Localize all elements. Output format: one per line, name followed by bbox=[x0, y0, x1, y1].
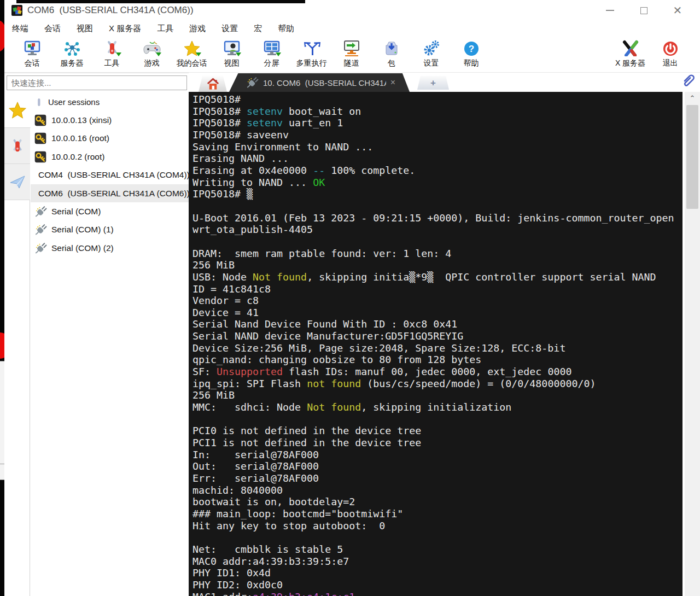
terminal-line bbox=[192, 413, 682, 425]
terminal-line: IPQ5018# ▒ bbox=[192, 188, 682, 200]
tree-item-10-0-0-16[interactable]: 10.0.0.16 (root) bbox=[31, 130, 189, 148]
tab-label: 10. COM6 (USB-SERIAL CH341A (C bbox=[263, 78, 386, 87]
sidebar-rail bbox=[4, 92, 30, 596]
ssh-key-icon bbox=[34, 114, 47, 127]
desktop-gray-accent bbox=[0, 361, 4, 480]
menu-macros[interactable]: 宏 bbox=[254, 24, 262, 34]
terminal-scrollbar[interactable]: ⌃ bbox=[685, 92, 700, 596]
toolbar-help-button[interactable]: 帮助 bbox=[451, 39, 491, 68]
menu-help[interactable]: 帮助 bbox=[278, 24, 294, 34]
toolbar-xserver-button[interactable]: X 服务器 bbox=[610, 39, 650, 68]
scrollbar-thumb[interactable] bbox=[686, 105, 698, 209]
toolbar-split-button[interactable]: 分屏 bbox=[252, 39, 291, 68]
rail-tab-sessions[interactable] bbox=[4, 92, 31, 128]
tree-item-com6[interactable]: COM6 (USB-SERIAL CH341A (COM6)) bbox=[31, 184, 189, 202]
plus-icon: + bbox=[430, 78, 436, 89]
help-question-icon bbox=[462, 39, 481, 57]
terminal-line: MAC1 addr:a4:39:b3:e4:1c:c1 bbox=[192, 591, 682, 596]
terminal-line: U-Boot 2016.01 (Feb 13 2023 - 09:21:15 +… bbox=[192, 212, 682, 224]
view-monitor-icon bbox=[222, 39, 242, 57]
rail-tab-macros[interactable] bbox=[4, 164, 30, 200]
serial-plug-icon bbox=[34, 242, 47, 255]
close-button[interactable]: ✕ bbox=[661, 0, 695, 21]
toolbar-settings-button[interactable]: 设置 bbox=[411, 39, 451, 68]
terminal-line: 256 MiB bbox=[192, 389, 682, 401]
rail-tab-tools[interactable] bbox=[4, 128, 30, 164]
tools-knife-icon bbox=[9, 138, 26, 154]
terminal-line: IPQ5018# setenv boot_wait on bbox=[192, 106, 682, 118]
ssh-key-icon bbox=[34, 150, 47, 163]
app-logo-icon bbox=[11, 4, 23, 16]
terminal-line: ipq_spi: SPI Flash not found (bus/cs/spe… bbox=[192, 378, 682, 390]
terminal-line: SF: Unsupported flash IDs: manuf 00, jed… bbox=[192, 366, 682, 378]
terminal-line: USB: Node Not found, skipping initia▒*9▒… bbox=[192, 271, 682, 283]
tab-close-icon[interactable]: × bbox=[390, 78, 395, 87]
toolbar-my-sessions-button[interactable]: 我的会话 bbox=[172, 39, 212, 68]
attachments-paperclip-icon[interactable] bbox=[680, 73, 697, 89]
app-window: COM6 (USB-SERIAL CH341A (COM6)) ✕ 终端 会话 … bbox=[4, 0, 700, 596]
terminal-line: ID = 41c841c8 bbox=[192, 283, 682, 295]
tree-item-serial-com[interactable]: Serial (COM) bbox=[31, 202, 189, 220]
toolbar-tools-button[interactable]: 工具 bbox=[92, 39, 132, 68]
toolbar-tunnel-button[interactable]: 隧道 bbox=[331, 39, 371, 68]
terminal-line: machid: 8040000 bbox=[192, 484, 682, 496]
toolbar-exit-button[interactable]: 退出 bbox=[650, 39, 690, 68]
serial-plug-icon bbox=[34, 223, 47, 236]
desktop-background-strip-top bbox=[16, 0, 305, 3]
scroll-up-arrow-icon[interactable]: ⌃ bbox=[685, 92, 700, 104]
terminal-line: DRAM: smem ram ptable found: ver: 1 len:… bbox=[192, 248, 682, 260]
tree-header-user-sessions[interactable]: User sessions bbox=[31, 93, 189, 111]
terminal-line: MMC: sdhci: Node Not found, skipping ini… bbox=[192, 401, 682, 413]
session-monitor-icon bbox=[22, 39, 42, 57]
toolbar-games-button[interactable]: 游戏 bbox=[132, 39, 172, 68]
menu-tools[interactable]: 工具 bbox=[157, 24, 173, 34]
terminal-line: Vendor = c8 bbox=[192, 295, 682, 307]
menu-xserver[interactable]: X 服务器 bbox=[109, 24, 141, 34]
terminal-line: Serial NAND device Manufacturer:GD5F1GQ5… bbox=[192, 330, 682, 342]
sessions-tree: User sessions 10.0.0.13 (xinsi) 10.0.0.1… bbox=[31, 93, 189, 258]
terminal-line bbox=[192, 531, 682, 544]
tab-com6-active[interactable]: 10. COM6 (USB-SERIAL CH341A (C × bbox=[229, 73, 410, 92]
maximize-icon bbox=[640, 7, 648, 14]
terminal-line: MAC0 addr:a4:39:b3:39:5:e7 bbox=[192, 556, 682, 568]
toolbar-multiexec-button[interactable]: 多重执行 bbox=[291, 39, 331, 68]
x-server-icon bbox=[621, 39, 640, 57]
toolbar-servers-button[interactable]: 服务器 bbox=[52, 39, 92, 68]
bookmark-icon bbox=[34, 96, 44, 109]
tree-item-10-0-0-2[interactable]: 10.0.0.2 (root) bbox=[31, 148, 189, 166]
terminal-line: wrt_ota_publish-4405 bbox=[192, 224, 682, 236]
minimize-icon bbox=[606, 10, 614, 11]
terminal-line: In: serial@78AF000 bbox=[192, 449, 682, 461]
star-icon bbox=[8, 101, 27, 119]
menu-view[interactable]: 视图 bbox=[77, 24, 93, 34]
terminal-line: Device Size:256 MiB, Page size:2048, Spa… bbox=[192, 342, 682, 354]
terminal-line: PCI1 is not defined in the device tree bbox=[192, 437, 682, 449]
terminal-line: PCI0 is not defined in the device tree bbox=[192, 425, 682, 437]
new-tab-button[interactable]: + bbox=[417, 76, 449, 90]
terminal-line: IPQ5018# setenv uart_en 1 bbox=[192, 117, 682, 129]
terminal-line: 256 MiB bbox=[192, 259, 682, 271]
tree-item-serial-com-1[interactable]: Serial (COM) (1) bbox=[31, 221, 189, 239]
tree-item-com4[interactable]: COM4 (USB-SERIAL CH341A (COM4)) bbox=[31, 166, 189, 184]
tab-home[interactable] bbox=[199, 75, 227, 92]
tree-item-10-0-0-13[interactable]: 10.0.0.13 (xinsi) bbox=[31, 111, 189, 129]
terminal-line: Hit any key to stop autoboot: 0 bbox=[192, 520, 682, 532]
terminal-output[interactable]: IPQ5018# IPQ5018# setenv boot_wait onIPQ… bbox=[189, 92, 682, 596]
menu-games[interactable]: 游戏 bbox=[189, 24, 206, 34]
quick-connect-input[interactable] bbox=[7, 75, 187, 90]
tunnel-monitor-icon bbox=[342, 39, 361, 57]
menu-sessions[interactable]: 会话 bbox=[44, 24, 61, 34]
maximize-button[interactable] bbox=[627, 0, 661, 21]
terminal-line: qpic_nand: changing oobsize to 80 from 1… bbox=[192, 354, 682, 366]
minimize-button[interactable] bbox=[593, 0, 627, 21]
terminal-line: Net: cmbblk is stable 5 bbox=[192, 544, 682, 556]
toolbar-packages-button[interactable]: 包 bbox=[371, 39, 411, 68]
toolbar-view-button[interactable]: 视图 bbox=[212, 39, 252, 68]
menu-terminal[interactable]: 终端 bbox=[12, 24, 28, 34]
multiexec-arrows-icon bbox=[302, 39, 322, 57]
menu-settings[interactable]: 设置 bbox=[221, 24, 238, 34]
toolbar-session-button[interactable]: 会话 bbox=[12, 39, 52, 68]
desktop-background-strip bbox=[0, 0, 4, 596]
tree-item-serial-com-2[interactable]: Serial (COM) (2) bbox=[31, 239, 189, 257]
games-gamepad-icon bbox=[142, 39, 162, 57]
